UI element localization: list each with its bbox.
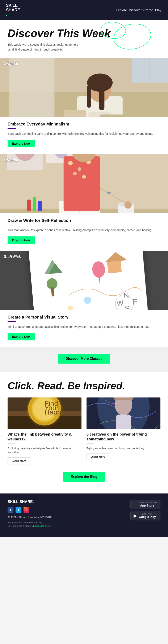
footer-note: Being creative can be exhausting. So if …: [7, 521, 51, 528]
svg-rect-12: [87, 85, 91, 108]
svg-rect-13: [99, 82, 104, 110]
class-image-3: THE PLAN: [0, 251, 168, 310]
svg-text:W: W: [116, 299, 124, 307]
svg-rect-3: [11, 58, 52, 78]
logo-line2: SHARE.: [6, 8, 20, 17]
class-badge-2: Original: [4, 158, 18, 162]
discover-section: Discover More Classes: [0, 347, 168, 370]
class-title-3: Create a Personal Visual Story: [7, 315, 161, 320]
class-desc-2: Join Mari Andrew to explore a series of …: [7, 228, 161, 232]
class-info-1: Embrace Everyday Minimalism Start each d…: [0, 117, 168, 154]
google-play-name: Google Play: [139, 515, 156, 518]
class-image-2: Original: [0, 154, 168, 213]
learn-more-btn-2[interactable]: Learn More: [86, 453, 109, 460]
svg-rect-28: [38, 201, 42, 211]
class-underline-2: [7, 225, 16, 225]
app-store-btn[interactable]:  Download on the App Store: [130, 500, 161, 509]
footer-social: f t: [7, 507, 51, 513]
class-title-2: Draw & Write for Self-Reflection: [7, 218, 161, 223]
class-badge-3: Staff Pick: [4, 254, 21, 259]
footer-logo-line1: SKILL: [7, 500, 18, 504]
header-tagline: Explore. Discover. Create. Play.: [116, 8, 162, 12]
blog-card-desc-1: Exploring creativity can help us feel wh…: [7, 446, 82, 454]
svg-rect-26: [27, 200, 31, 211]
class-card-2: Original Draw & Write for Self-Reflectio…: [0, 154, 168, 250]
svg-point-35: [78, 167, 81, 171]
blog-img-2: [86, 398, 161, 429]
logo: SKILL SHARE.: [6, 3, 20, 17]
blog-card-desc-2: Trying something new can bring unexpecte…: [86, 446, 161, 450]
apple-icon: : [134, 502, 135, 507]
blog-grid: Find Your Happy What's the link between …: [7, 398, 161, 464]
class-svg-3: THE PLAN: [0, 251, 168, 310]
class-info-2: Draw & Write for Self-Reflection Join Ma…: [0, 213, 168, 250]
instagram-icon[interactable]: [23, 507, 29, 513]
class-badge-1: Original: [4, 62, 18, 66]
class-underline-1: [7, 128, 16, 129]
svg-rect-54: [107, 261, 122, 273]
blog-card-title-2: 6 creatives on the power of trying somet…: [86, 432, 161, 442]
class-title-1: Embrace Everyday Minimalism: [7, 122, 161, 126]
main-content: Discover This Week This week, we're spot…: [0, 20, 168, 494]
footer: SKILL SHARE. f t 35 E 21st Street, New Y…: [0, 494, 168, 537]
instagram-svg: [25, 508, 28, 511]
blog-card-2: 6 creatives on the power of trying somet…: [86, 398, 161, 464]
twitter-icon[interactable]: t: [15, 507, 21, 513]
class-image-1: Original: [0, 58, 168, 117]
class-desc-1: Start each day feeling calm and in contr…: [7, 131, 161, 136]
svg-point-45: [124, 202, 132, 209]
app-buttons:  Download on the App Store ▶ GET IT ON …: [130, 500, 161, 520]
hero-subtitle: This week, we're spotlighting classes de…: [7, 42, 79, 52]
logo-line1: SKILL: [6, 3, 20, 8]
svg-rect-27: [33, 197, 36, 211]
google-play-icon: ▶: [134, 513, 137, 518]
hero-title: Discover This Week: [7, 27, 161, 39]
facebook-icon[interactable]: f: [7, 507, 13, 513]
svg-point-101: [27, 509, 27, 509]
footer-top: SKILL SHARE. f t 35 E 21st Street, New Y…: [7, 500, 161, 528]
explore-blog-btn[interactable]: Explore the Blog: [63, 472, 105, 482]
footer-note-line2: So if you need a break, unsubscribe here…: [7, 525, 50, 527]
svg-rect-98: [86, 398, 161, 429]
blog-img-svg-2: [86, 398, 161, 429]
svg-text:N: N: [123, 291, 129, 299]
explore-btn-2[interactable]: Explore Now: [7, 236, 35, 244]
app-store-sub: Download on the: [137, 502, 157, 504]
footer-logo: SKILL SHARE.: [7, 500, 51, 504]
class-card-1: Original Embrace Everyday Minimalism Sta…: [0, 58, 168, 154]
app-store-name: App Store: [137, 504, 157, 507]
blog-card-underline-1: [7, 444, 15, 444]
blog-title: Click. Read. Be Inspired.: [7, 380, 161, 392]
svg-rect-16: [64, 110, 86, 117]
learn-more-btn-1[interactable]: Learn More: [7, 458, 30, 464]
blog-img-1: Find Your Happy: [7, 398, 82, 429]
svg-text:S: S: [125, 304, 130, 310]
svg-text:Happy: Happy: [45, 408, 65, 416]
hero-section: Discover This Week This week, we're spot…: [0, 20, 168, 58]
discover-more-btn[interactable]: Discover More Classes: [58, 354, 110, 364]
blog-section: Click. Read. Be Inspired.: [0, 372, 168, 494]
header: SKILL SHARE. Explore. Discover. Create. …: [0, 0, 168, 20]
app-store-text: Download on the App Store: [137, 502, 157, 507]
explore-btn-1[interactable]: Explore Now: [7, 140, 35, 147]
blog-card-1: Find Your Happy What's the link between …: [7, 398, 82, 464]
svg-text:E: E: [132, 298, 138, 306]
google-play-btn[interactable]: ▶ GET IT ON Google Play: [130, 511, 161, 520]
footer-logo-line2: SHARE.: [19, 500, 34, 504]
unsubscribe-link[interactable]: unsubscribe here: [32, 525, 50, 527]
section-divider: [0, 370, 168, 372]
svg-point-38: [82, 175, 86, 178]
footer-note-line1: Being creative can be exhausting.: [7, 521, 42, 524]
svg-rect-4: [11, 80, 52, 117]
svg-rect-17: [100, 114, 136, 117]
footer-address: 35 E 21st Street, New York, NY 10010: [7, 516, 51, 519]
class-svg-2: [0, 154, 168, 213]
svg-point-34: [68, 161, 73, 166]
class-desc-3: Mimi Chao shares a fun and accessible pr…: [7, 324, 161, 329]
svg-point-37: [73, 172, 77, 175]
blog-card-title-1: What's the link between creativity & wel…: [7, 432, 82, 442]
explore-btn-3[interactable]: Explore Now: [7, 333, 35, 340]
footer-left: SKILL SHARE. f t 35 E 21st Street, New Y…: [7, 500, 51, 528]
class-card-3: THE PLAN: [0, 251, 168, 347]
class-underline-3: [7, 321, 16, 322]
